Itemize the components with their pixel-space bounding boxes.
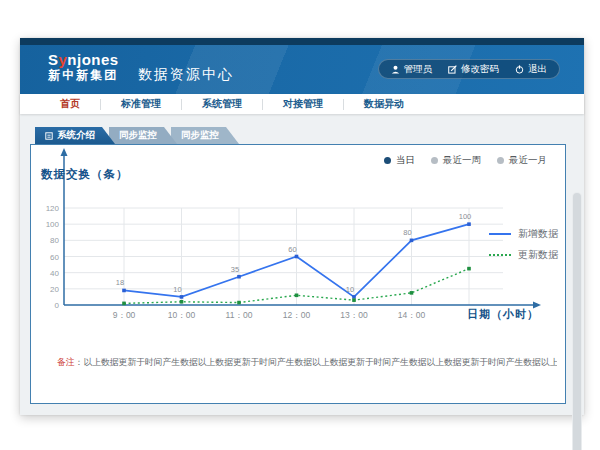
footnote: 备注：以上数据更新于时间产生数据以上数据更新于时间产生数据以上数据更新于时间产生…: [57, 357, 557, 369]
dotted-line-swatch: [489, 254, 511, 256]
x-tick-label: 13：00: [340, 310, 368, 320]
data-point: [122, 289, 126, 293]
change-password-button[interactable]: 修改密码: [448, 63, 499, 76]
data-point: [237, 275, 241, 279]
y-axis-title: 数据交换（条）: [41, 167, 129, 182]
radio-label: 最近一月: [509, 154, 547, 167]
x-tick-label: 9：00: [113, 310, 136, 320]
chart-panel: 0204060801001209：0010：0011：0012：0013：001…: [30, 144, 566, 404]
x-tick-label: 12：00: [283, 310, 311, 320]
nav-item-system-mgmt[interactable]: 系统管理: [182, 97, 262, 111]
tab-bar: 系统介绍 同步监控 同步监控: [35, 127, 239, 144]
edit-icon: [448, 65, 457, 74]
footnote-text: ：以上数据更新于时间产生数据以上数据更新于时间产生数据以上数据更新于时间产生数据…: [75, 357, 557, 367]
brand-logo: Synjones 新中新集团: [48, 52, 119, 83]
y-tick-label: 60: [50, 253, 59, 262]
document-icon: [45, 132, 53, 140]
user-toolbar: 管理员 修改密码 退出: [378, 59, 561, 79]
logout-label: 退出: [528, 63, 547, 76]
radio-dot-icon: [431, 157, 438, 164]
legend-item-updated-data[interactable]: 更新数据: [489, 248, 558, 262]
radio-last-month[interactable]: 最近一月: [497, 154, 547, 167]
data-point: [410, 291, 414, 295]
x-axis-title: 日期（小时）: [467, 307, 539, 322]
current-user-button[interactable]: 管理员: [391, 63, 433, 76]
data-point: [295, 294, 299, 298]
chart-legend: 新增数据 更新数据: [489, 227, 558, 262]
logout-button[interactable]: 退出: [515, 63, 547, 76]
point-value-label: 10: [173, 285, 181, 294]
power-icon: [515, 65, 524, 74]
y-tick-label: 100: [46, 220, 60, 229]
tab-label: 同步监控: [181, 129, 219, 142]
tab-sync-monitor-2[interactable]: 同步监控: [171, 127, 239, 144]
x-tick-label: 14：00: [398, 310, 426, 320]
data-point: [467, 267, 471, 271]
legend-item-new-data[interactable]: 新增数据: [489, 227, 558, 241]
radio-label: 当日: [396, 154, 415, 167]
radio-today[interactable]: 当日: [384, 154, 415, 167]
data-point: [180, 300, 184, 304]
time-range-radios: 当日 最近一周 最近一月: [384, 154, 547, 167]
y-tick-label: 20: [50, 285, 59, 294]
y-tick-label: 0: [55, 301, 60, 310]
point-value-label: 80: [403, 228, 411, 237]
page-title: 数据资源中心: [138, 66, 234, 84]
scrollbar-thumb[interactable]: [573, 193, 581, 450]
data-point: [122, 302, 126, 306]
data-point: [180, 295, 184, 299]
x-tick-label: 10：00: [168, 310, 196, 320]
legend-label: 新增数据: [518, 227, 558, 241]
tab-label: 系统介绍: [57, 129, 95, 142]
data-point: [237, 301, 241, 305]
legend-label: 更新数据: [518, 248, 558, 262]
footnote-label: 备注: [57, 357, 75, 367]
username-label: 管理员: [404, 63, 433, 76]
radio-label: 最近一周: [443, 154, 481, 167]
change-password-label: 修改密码: [461, 63, 499, 76]
radio-last-week[interactable]: 最近一周: [431, 154, 481, 167]
tab-system-intro[interactable]: 系统介绍: [35, 127, 115, 144]
y-tick-label: 40: [50, 269, 59, 278]
logo-text-rest: njones: [67, 51, 118, 68]
app-header: Synjones 新中新集团 数据资源中心 管理员 修改密码 退出: [20, 45, 584, 94]
app-window: Synjones 新中新集团 数据资源中心 管理员 修改密码 退出 首页 标准管…: [20, 38, 584, 415]
logo-text: S: [48, 51, 59, 68]
radio-dot-icon: [384, 157, 391, 164]
point-value-label: 60: [288, 245, 296, 254]
solid-line-swatch: [489, 233, 511, 235]
nav-item-home[interactable]: 首页: [40, 97, 100, 111]
top-dark-strip: [20, 38, 584, 45]
scrollbar[interactable]: [572, 192, 582, 450]
y-tick-label: 120: [46, 204, 60, 213]
data-point: [410, 239, 414, 243]
tab-sync-monitor-1[interactable]: 同步监控: [109, 127, 177, 144]
point-value-label: 100: [459, 212, 472, 221]
nav-item-interface-mgmt[interactable]: 对接管理: [263, 97, 343, 111]
tab-label: 同步监控: [119, 129, 157, 142]
data-point: [295, 255, 299, 259]
brand-company-name: 新中新集团: [48, 68, 119, 83]
point-value-label: 10: [346, 285, 354, 294]
user-icon: [391, 65, 400, 74]
data-point: [352, 298, 356, 302]
data-point: [352, 295, 356, 299]
point-value-label: 18: [116, 278, 124, 287]
data-point: [467, 222, 471, 226]
y-axis-arrow: [61, 148, 68, 156]
nav-item-data-change[interactable]: 数据异动: [344, 97, 424, 111]
main-nav: 首页 标准管理 系统管理 对接管理 数据异动: [20, 94, 584, 114]
x-tick-label: 11：00: [226, 310, 253, 320]
point-value-label: 35: [231, 265, 239, 274]
y-tick-label: 80: [50, 236, 59, 245]
radio-dot-icon: [497, 157, 504, 164]
nav-item-standard-mgmt[interactable]: 标准管理: [101, 97, 181, 111]
content-area: 系统介绍 同步监控 同步监控 0204060801001209：0010：001…: [20, 114, 584, 415]
brand-logo-en: Synjones: [48, 52, 119, 68]
